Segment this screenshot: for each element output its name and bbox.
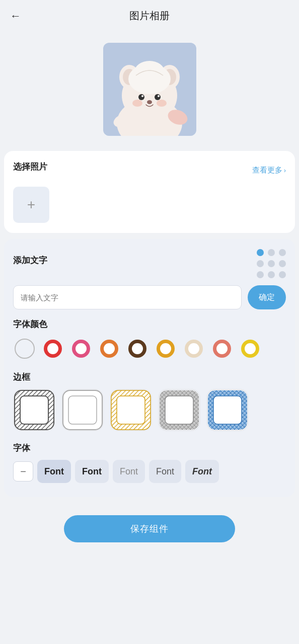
color-dot-brown: [127, 339, 147, 359]
border-options-row: [13, 389, 286, 433]
save-button-wrap: 保存组件: [0, 503, 299, 557]
font-label-italic: Font: [192, 466, 212, 477]
color-dots-row: [13, 337, 286, 362]
font-style-title: 字体: [13, 442, 286, 454]
color-dot-cream: [184, 339, 204, 359]
font-color-section: 字体颜色: [13, 318, 286, 362]
border-title: 边框: [13, 371, 286, 383]
svg-point-12: [158, 95, 160, 97]
svg-point-11: [141, 95, 143, 97]
svg-point-9: [138, 94, 144, 100]
photo-preview: [0, 28, 299, 151]
color-option-orange[interactable]: [98, 337, 121, 360]
chevron-right-icon: ›: [284, 167, 286, 174]
color-option-brown[interactable]: [126, 337, 149, 360]
color-dot-yellow: [240, 339, 260, 359]
select-photos-header: 选择照片 查看更多 ›: [13, 161, 286, 180]
dot-3[interactable]: [279, 249, 286, 256]
text-input-row: 确定: [13, 285, 286, 309]
font-options-row: − Font Font Font Font Font: [13, 460, 286, 485]
select-photos-title: 选择照片: [13, 161, 47, 173]
header: ← 图片相册: [0, 0, 299, 28]
color-dot-orange: [99, 339, 119, 359]
dot-4[interactable]: [257, 260, 264, 267]
text-controls-row: 添加文字: [13, 249, 286, 278]
dot-7[interactable]: [257, 271, 264, 278]
font-color-title: 字体颜色: [13, 318, 286, 330]
stuffed-animal-image: [103, 43, 196, 136]
font-label-regular: Font: [156, 466, 174, 477]
color-option-red[interactable]: [41, 337, 64, 360]
dot-2[interactable]: [268, 249, 275, 256]
view-more-label: 查看更多: [252, 166, 282, 175]
border-section: 边框: [13, 371, 286, 433]
font-option-light[interactable]: Font: [113, 460, 145, 483]
svg-point-29: [188, 343, 199, 354]
color-option-pink[interactable]: [69, 337, 93, 360]
border-plaid-blue-svg: [206, 389, 249, 431]
add-text-title: 添加文字: [13, 255, 47, 266]
layout-dot-grid[interactable]: [257, 249, 286, 278]
border-option-plaid-gray[interactable]: [158, 389, 200, 431]
border-plaid-gray-svg: [158, 389, 200, 431]
add-text-section: 添加文字 确定 字体颜色: [4, 239, 295, 497]
view-more-link[interactable]: 查看更多 ›: [252, 166, 286, 175]
font-option-italic[interactable]: Font: [185, 460, 219, 483]
color-dot-red: [43, 339, 63, 359]
font-subtract-button[interactable]: −: [13, 461, 33, 481]
dot-8[interactable]: [268, 271, 275, 278]
font-style-section: 字体 − Font Font Font Font Font: [13, 442, 286, 485]
dot-5[interactable]: [268, 260, 275, 267]
border-cross-black-svg: [13, 389, 55, 431]
select-photos-section: 选择照片 查看更多 › +: [4, 151, 295, 233]
minus-icon: −: [20, 466, 26, 477]
font-label-light: Font: [120, 466, 138, 477]
confirm-button[interactable]: 确定: [248, 285, 286, 309]
color-dot-salmon: [212, 339, 232, 359]
color-option-salmon[interactable]: [210, 337, 234, 360]
color-dot-none: [15, 339, 35, 359]
svg-point-21: [76, 343, 87, 354]
border-simple-gray-svg: [61, 389, 104, 431]
svg-point-33: [245, 343, 256, 354]
svg-point-27: [160, 343, 171, 354]
save-button[interactable]: 保存组件: [64, 515, 235, 542]
svg-point-25: [132, 343, 143, 354]
svg-point-19: [47, 343, 58, 354]
font-label-bold: Font: [44, 466, 64, 477]
font-option-semibold[interactable]: Font: [75, 460, 109, 483]
border-diagonal-gold-svg: [110, 389, 152, 431]
border-option-cross-black[interactable]: [13, 389, 55, 431]
text-input-field[interactable]: [13, 285, 242, 309]
color-option-yellow[interactable]: [239, 337, 262, 360]
svg-point-14: [132, 100, 142, 107]
border-option-simple-gray[interactable]: [61, 389, 104, 431]
dot-9[interactable]: [279, 271, 286, 278]
svg-point-10: [155, 94, 161, 100]
font-option-bold[interactable]: Font: [37, 460, 71, 483]
svg-point-31: [216, 343, 228, 354]
font-label-semibold: Font: [82, 466, 102, 477]
dot-6[interactable]: [279, 260, 286, 267]
back-button[interactable]: ←: [10, 10, 21, 23]
svg-point-8: [134, 61, 165, 83]
color-option-cream[interactable]: [182, 337, 205, 360]
plus-icon: +: [27, 198, 35, 212]
svg-point-15: [157, 100, 167, 107]
add-photo-button[interactable]: +: [13, 187, 49, 223]
color-option-none[interactable]: [13, 337, 36, 360]
svg-point-13: [147, 100, 152, 104]
page-title: 图片相册: [129, 9, 170, 23]
border-option-diagonal-gold[interactable]: [110, 389, 152, 431]
svg-point-23: [104, 343, 115, 354]
border-option-plaid-blue[interactable]: [206, 389, 249, 431]
dot-1[interactable]: [257, 249, 264, 256]
color-dot-pink: [71, 339, 91, 359]
font-option-regular[interactable]: Font: [149, 460, 181, 483]
photo-frame: [103, 43, 196, 136]
color-option-gold[interactable]: [154, 337, 177, 360]
color-dot-gold: [156, 339, 176, 359]
